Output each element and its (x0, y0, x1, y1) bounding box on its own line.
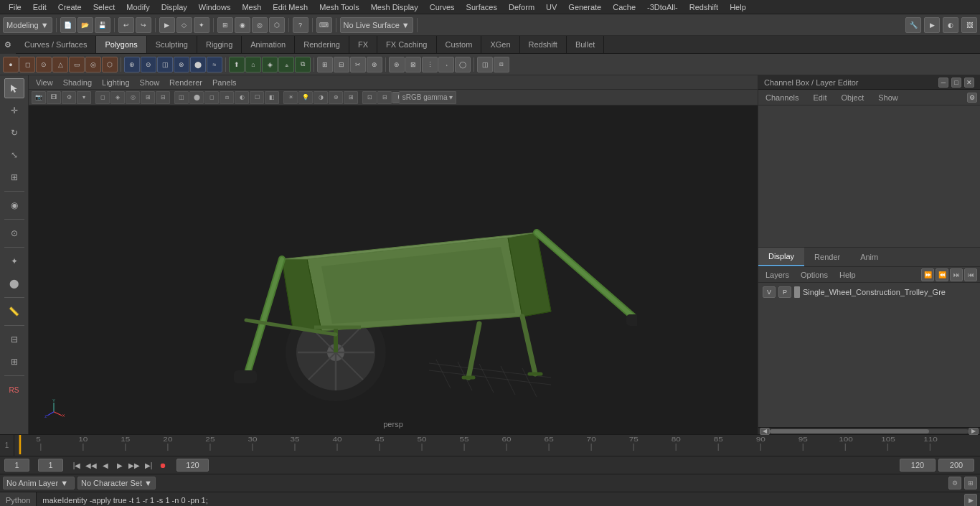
vp-hide-sel-btn[interactable]: ◈ (110, 91, 125, 104)
paint-tool-btn[interactable]: ✦ (194, 17, 209, 33)
vp-overlay-btn[interactable]: ⊟ (377, 91, 392, 104)
menu-3dtall[interactable]: -3DtoAll- (641, 0, 684, 14)
viewport-menu-view[interactable]: View (32, 75, 57, 89)
fill-hole-btn[interactable]: ◈ (262, 57, 278, 72)
average-btn[interactable]: ≈ (207, 57, 222, 72)
soft-select-tool[interactable]: ◉ (4, 195, 24, 215)
wedge-btn[interactable]: ⟁ (278, 57, 294, 72)
undo-btn[interactable]: ↩ (118, 17, 134, 33)
viewport-canvas[interactable]: persp Y X Z (29, 106, 758, 434)
cb-tab-channels[interactable]: Channels (758, 90, 806, 105)
lt-help[interactable]: Help (835, 267, 860, 282)
menu-edit[interactable]: Edit (27, 0, 52, 14)
tab-bullet[interactable]: Bullet (567, 36, 605, 53)
play-fwd-btn[interactable]: ▶ (113, 459, 126, 472)
viewport-menu-panels[interactable]: Panels (208, 75, 241, 89)
vp-hud-btn[interactable]: ⊡ (362, 91, 377, 104)
menu-edit-mesh[interactable]: Edit Mesh (267, 0, 314, 14)
menu-windows[interactable]: Windows (193, 0, 237, 14)
snap-surface-btn[interactable]: ⬡ (269, 17, 285, 33)
no-live-surface-dropdown[interactable]: No Live Surface ▼ (340, 17, 413, 33)
menu-mesh[interactable]: Mesh (236, 0, 267, 14)
smooth-btn[interactable]: ⬤ (190, 57, 206, 72)
range-start-input[interactable] (900, 459, 936, 472)
extrude-btn[interactable]: ⬆ (229, 57, 245, 72)
scroll-thumb[interactable] (770, 429, 929, 434)
bevel-btn[interactable]: ⬫ (438, 57, 454, 72)
select-tool[interactable] (4, 78, 24, 98)
layer-visibility-btn[interactable]: V (763, 286, 776, 298)
rotate-tool[interactable]: ↻ (4, 123, 24, 143)
vp-select-mask-btn[interactable]: ◻ (95, 91, 110, 104)
menu-create[interactable]: Create (52, 0, 88, 14)
viewport-menu-renderer[interactable]: Renderer (165, 75, 207, 89)
merge-btn[interactable]: ⊛ (389, 57, 405, 72)
timeline-ruler[interactable]: 5 10 15 20 25 30 35 40 45 50 5 (14, 435, 980, 456)
boolean-btn[interactable]: ⊗ (174, 57, 189, 72)
vp-frame-sel-btn[interactable]: ⊞ (141, 91, 155, 104)
anim-settings-btn[interactable]: ⚙ (948, 477, 961, 489)
menu-cache[interactable]: Cache (607, 0, 641, 14)
measure-tool[interactable]: 📏 (4, 301, 24, 322)
layer-pickable-btn[interactable]: P (778, 286, 791, 298)
step-back-btn[interactable]: ◀◀ (85, 459, 98, 472)
step-fwd-btn[interactable]: ▶▶ (128, 459, 141, 472)
vp-ao-btn[interactable]: ⊛ (329, 91, 343, 104)
vp-shadows-btn[interactable]: ◧ (265, 91, 279, 104)
scroll-track[interactable] (770, 429, 969, 434)
tab-xgen[interactable]: XGen (481, 36, 519, 53)
open-scene-btn[interactable]: 📂 (77, 17, 93, 33)
cb-settings-btn[interactable]: ⚙ (967, 93, 977, 103)
viewport-menu-show[interactable]: Show (136, 75, 164, 89)
tab-redshift[interactable]: Redshift (520, 36, 567, 53)
vp-select-cam-btn[interactable]: ▾ (77, 91, 91, 104)
layer-row[interactable]: V P Single_Wheel_Construction_Trolley_Gr… (760, 284, 979, 300)
vp-grid-btn[interactable]: ⊞ (344, 91, 358, 104)
paint-effects-tool[interactable]: ✦ (4, 251, 24, 271)
poly-cone-btn[interactable]: △ (52, 57, 68, 72)
menu-help[interactable]: Help (724, 0, 752, 14)
move-tool[interactable]: ✛ (4, 100, 24, 121)
dt-tab-render[interactable]: Render (804, 248, 850, 266)
snap-grid-btn[interactable]: ⊞ (217, 17, 233, 33)
show-manip-tool[interactable]: ⊙ (4, 223, 24, 243)
python-input[interactable] (37, 496, 964, 505)
tab-animation[interactable]: Animation (242, 36, 295, 53)
menu-file[interactable]: File (3, 0, 27, 14)
poly-plane-btn[interactable]: ▭ (69, 57, 85, 72)
select-tool-btn[interactable]: ▶ (159, 17, 175, 33)
vp-smooth-btn[interactable]: ⬤ (189, 91, 204, 104)
vp-bounding-btn[interactable]: ◻ (204, 91, 219, 104)
viewport-menu-lighting[interactable]: Lighting (98, 75, 134, 89)
tab-custom[interactable]: Custom (437, 36, 482, 53)
combine-btn[interactable]: ⊕ (124, 57, 140, 72)
scroll-right-btn[interactable]: ▶ (969, 428, 979, 435)
render-view-btn[interactable]: 🖼 (961, 17, 977, 33)
menu-mesh-tools[interactable]: Mesh Tools (314, 0, 364, 14)
collapse-btn[interactable]: ⊠ (405, 57, 421, 72)
snap-curve-btn[interactable]: ◉ (235, 17, 250, 33)
vp-wireframe-btn[interactable]: ◫ (174, 91, 189, 104)
layer-forward-btn[interactable]: ⏭ (950, 268, 963, 281)
menu-mesh-display[interactable]: Mesh Display (365, 0, 424, 14)
character-set-dropdown[interactable]: No Character Set ▼ (77, 477, 156, 489)
lt-layers[interactable]: Layers (761, 267, 793, 282)
layer-back-btn[interactable]: ⏪ (936, 268, 948, 281)
menu-modify[interactable]: Modify (121, 0, 155, 14)
play-back-btn[interactable]: ◀ (99, 459, 112, 472)
poly-cyl-btn[interactable]: ⊙ (36, 57, 52, 72)
edge-loop-btn[interactable]: ⊞ (317, 57, 333, 72)
vp-expose-btn[interactable]: ◑ (314, 91, 328, 104)
viewport-menu-shading[interactable]: Shading (59, 75, 96, 89)
gamma-dropdown[interactable]: sRGB gamma ▾ (399, 91, 456, 104)
snap-settings[interactable]: ⊟ (4, 329, 24, 350)
slide-btn[interactable]: ⋮ (422, 57, 438, 72)
auto-key-btn[interactable]: ⏺ (156, 459, 169, 472)
menu-display[interactable]: Display (156, 0, 193, 14)
redo-btn[interactable]: ↪ (136, 17, 151, 33)
menu-curves[interactable]: Curves (424, 0, 461, 14)
go-to-end-btn[interactable]: ▶| (142, 459, 155, 472)
tab-sculpting[interactable]: Sculpting (147, 36, 197, 53)
anim-layer-dropdown[interactable]: No Anim Layer ▼ (3, 477, 75, 489)
vp-cam-attrs-btn[interactable]: ⚙ (62, 91, 76, 104)
